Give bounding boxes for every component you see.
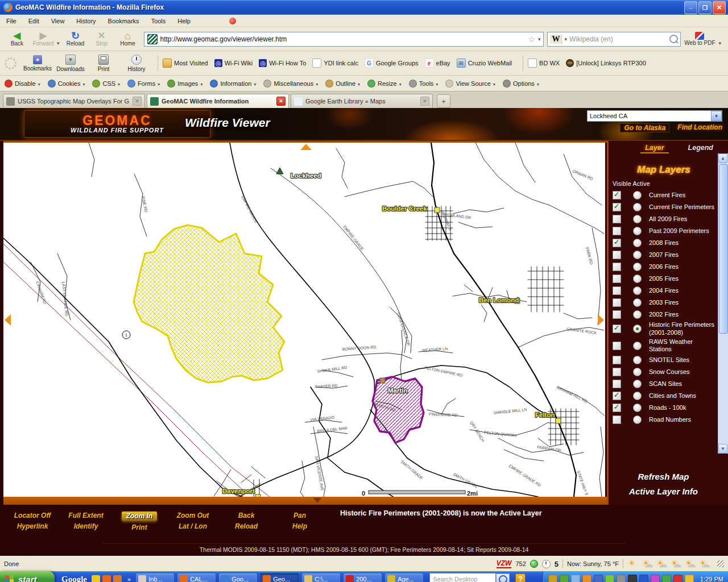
close-button[interactable] xyxy=(713,1,726,14)
webdev-resize[interactable]: Resize xyxy=(367,80,402,88)
wildfire-map[interactable]: 1 0 2mi EMPIRE GRADEPINE RDLAST CHANCE R… xyxy=(3,143,605,497)
chevron-more-icon[interactable]: » xyxy=(127,576,131,582)
bookmark-google-groups[interactable]: Google Groups xyxy=(365,59,419,68)
bookmark-ebay[interactable]: eBay xyxy=(425,59,450,68)
bookmark-wi-fi-wiki[interactable]: Wi-Fi Wiki xyxy=(214,59,253,67)
resize-grip[interactable] xyxy=(717,560,724,567)
webdev-tools[interactable]: Tools xyxy=(409,80,439,88)
tool-locator-off[interactable]: Locator Off xyxy=(14,512,51,519)
tool-hyperlink[interactable]: Hyperlink xyxy=(17,522,48,530)
location-select[interactable]: Lockheed CA xyxy=(587,110,722,122)
task-200[interactable]: 200... xyxy=(343,573,382,582)
bookmark-ydi-link-calc[interactable]: YDI link calc xyxy=(312,59,358,68)
bookmark-bd-wx[interactable]: BD WX xyxy=(528,59,560,68)
visible-checkbox[interactable] xyxy=(613,239,621,247)
reload-button[interactable]: ↻Reload xyxy=(63,28,88,50)
active-radio[interactable] xyxy=(633,286,642,295)
task-c[interactable]: C:\... xyxy=(301,573,341,582)
search-bar[interactable]: W ▾ Wikipedia (en) xyxy=(547,32,681,47)
active-radio[interactable] xyxy=(633,310,642,319)
forecast-icons[interactable]: ☀☀☁☀☁☀☁☀☁☀☁ xyxy=(627,559,711,569)
find-location-link[interactable]: Find Location xyxy=(677,123,722,132)
active-radio[interactable] xyxy=(633,380,642,388)
visible-checkbox[interactable] xyxy=(613,404,621,412)
url-bar[interactable]: http://www.geomac.gov/viewer/viewer.htm … xyxy=(144,32,544,47)
menu-file[interactable]: File xyxy=(5,16,18,26)
tray-icon[interactable] xyxy=(571,575,580,582)
visible-checkbox[interactable] xyxy=(613,251,621,259)
active-radio[interactable] xyxy=(633,342,642,350)
minimize-button[interactable] xyxy=(684,1,697,14)
active-radio[interactable] xyxy=(633,251,642,259)
task-age[interactable]: Age... xyxy=(384,573,424,582)
active-radio[interactable] xyxy=(633,325,642,333)
visible-checkbox[interactable] xyxy=(613,368,621,376)
quick-launch-icon[interactable] xyxy=(92,575,100,582)
start-button[interactable]: start xyxy=(0,571,55,582)
city-marker[interactable] xyxy=(556,418,561,423)
tray-icon[interactable] xyxy=(548,575,557,582)
pan-down-arrow[interactable] xyxy=(313,498,321,503)
history-dropdown-icon[interactable]: ▾ xyxy=(57,40,60,46)
visible-checkbox[interactable] xyxy=(613,286,621,295)
task-inb[interactable]: Inb... xyxy=(135,573,175,582)
weather-now[interactable]: Now: Sunny, 75 °F xyxy=(567,560,619,567)
bookmark-star-icon[interactable]: ☆ xyxy=(528,35,535,44)
visible-checkbox[interactable] xyxy=(613,325,621,333)
active-radio[interactable] xyxy=(633,415,642,424)
tool-zoom-in[interactable]: Zoom In xyxy=(122,512,158,521)
tool-print[interactable]: Print xyxy=(131,523,147,531)
active-radio[interactable] xyxy=(633,368,642,376)
menu-tools[interactable]: Tools xyxy=(150,16,168,26)
webdev-images[interactable]: Images xyxy=(167,80,202,88)
menu-help[interactable]: Help xyxy=(176,16,192,26)
visible-checkbox[interactable] xyxy=(613,356,621,364)
forward-button[interactable]: ▶Forward xyxy=(31,28,56,50)
webdev-forms[interactable]: Forms xyxy=(127,80,160,88)
city-marker[interactable] xyxy=(435,207,440,213)
visible-checkbox[interactable] xyxy=(613,263,621,271)
visible-checkbox[interactable] xyxy=(613,203,621,211)
visible-checkbox[interactable] xyxy=(613,380,621,388)
tray-icon[interactable] xyxy=(685,575,694,582)
menu-bookmarks[interactable]: Bookmarks xyxy=(106,16,141,26)
bookmark-wi-fi-how-to[interactable]: Wi-Fi How To xyxy=(259,59,306,67)
active-radio[interactable] xyxy=(633,392,642,400)
menu-edit[interactable]: Edit xyxy=(27,16,41,26)
tool-identify[interactable]: Identify xyxy=(74,522,98,530)
tool-reload[interactable]: Reload xyxy=(235,522,258,530)
maximize-button[interactable] xyxy=(698,1,712,14)
search-engine-icon[interactable]: W xyxy=(550,35,562,44)
tray-icon[interactable] xyxy=(651,575,660,582)
tab-usgs-topographic-map-ove[interactable]: USGS Topographic Map Overlays For G... xyxy=(3,94,145,108)
tray-icon[interactable] xyxy=(673,575,682,582)
city-marker[interactable] xyxy=(380,378,385,383)
search-icon[interactable] xyxy=(669,35,678,43)
visible-checkbox[interactable] xyxy=(613,275,621,283)
tray-icon[interactable] xyxy=(560,575,569,582)
history-button[interactable]: History xyxy=(120,52,153,74)
menu-history[interactable]: History xyxy=(75,16,97,26)
scroll-down-icon[interactable] xyxy=(718,444,727,454)
pan-left-arrow[interactable] xyxy=(5,314,11,326)
webdev-outline[interactable]: Outline xyxy=(325,80,360,88)
visible-checkbox[interactable] xyxy=(613,191,621,199)
tab-layer[interactable]: Layer xyxy=(640,144,668,153)
print-button[interactable]: Print xyxy=(87,52,120,74)
webdev-miscellaneous[interactable]: Miscellaneous xyxy=(263,80,318,88)
desktop-search-input[interactable]: Search Desktop xyxy=(429,573,496,582)
home-button[interactable]: ⌂Home xyxy=(115,28,140,50)
web-to-pdf-button[interactable]: Web to PDF xyxy=(682,32,717,46)
webdev-disable[interactable]: Disable xyxy=(5,80,40,88)
webdev-cookies[interactable]: Cookies xyxy=(48,80,85,88)
pan-up-arrow[interactable] xyxy=(300,144,312,150)
task-geo[interactable]: Geo... xyxy=(260,573,299,582)
tray-icon[interactable] xyxy=(617,575,626,582)
url-text[interactable]: http://www.geomac.gov/viewer/viewer.htm xyxy=(160,35,526,43)
visible-checkbox[interactable] xyxy=(613,227,621,235)
tray-icon[interactable] xyxy=(605,575,614,582)
webpdf-dropdown-icon[interactable]: ▾ xyxy=(718,40,721,46)
tray-icon[interactable] xyxy=(628,575,637,582)
tool-pan[interactable]: Pan xyxy=(293,512,306,519)
go-to-alaska-link[interactable]: Go to Alaska xyxy=(620,123,669,132)
